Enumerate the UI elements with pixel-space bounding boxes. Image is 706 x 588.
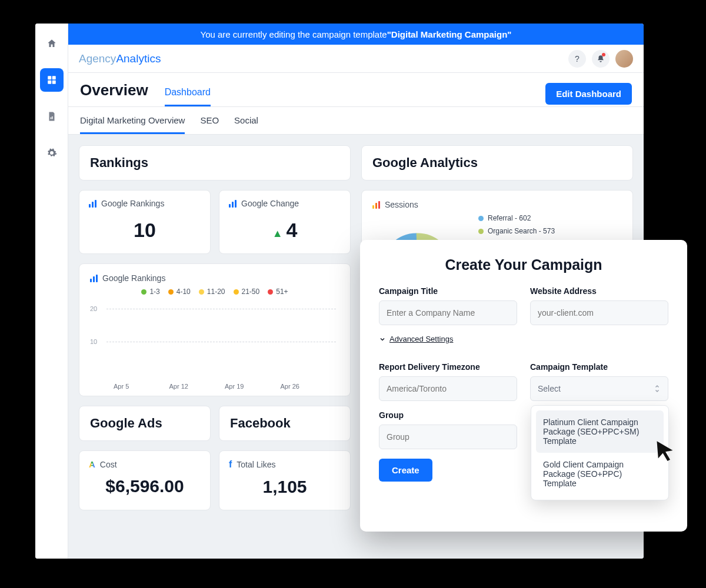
timezone-label: Report Delivery Timezone [379, 362, 517, 372]
logo[interactable]: AgencyAnalytics [79, 52, 161, 65]
tab-social[interactable]: Social [234, 115, 258, 134]
ga-title-card: Google Analytics [361, 145, 633, 181]
question-icon: ? [575, 54, 580, 64]
svg-rect-0 [48, 76, 51, 79]
rankings-chart: 20 10 Apr 5Apr 12Apr 19Apr 26 [90, 302, 339, 390]
analytics-icon [372, 201, 380, 209]
gear-icon [46, 148, 57, 158]
google-change-card: Google Change ▲4 [219, 190, 351, 254]
select-chevrons-icon [654, 384, 661, 393]
help-button[interactable]: ? [568, 50, 586, 68]
sidebar-reports[interactable] [40, 105, 64, 128]
chart-legend: 1-34-1011-2021-5051+ [90, 288, 339, 296]
subtab-dashboard[interactable]: Dashboard [165, 87, 211, 106]
template-select[interactable]: Select Platinum Client Campaign Package … [530, 376, 668, 401]
avatar[interactable] [615, 50, 633, 68]
campaign-title-input[interactable] [379, 300, 517, 325]
google-change-value: ▲4 [229, 219, 341, 242]
banner-prefix: You are currently editing the campaign t… [201, 29, 387, 39]
template-banner: You are currently editing the campaign t… [68, 24, 644, 45]
create-campaign-modal: Create Your Campaign Campaign Title Webs… [360, 240, 687, 532]
tabs-row: Digital Marketing Overview SEO Social [68, 107, 644, 135]
up-arrow-icon: ▲ [272, 228, 283, 239]
facebook-title-card: Facebook [219, 406, 351, 441]
sidebar-home[interactable] [40, 32, 64, 55]
template-label: Campaign Template [530, 362, 668, 372]
header-row: Overview Dashboard Edit Dashboard [68, 73, 644, 106]
google-ads-title-card: Google Ads [79, 406, 211, 441]
bars-icon [89, 200, 96, 208]
website-label: Website Address [530, 286, 668, 296]
google-rankings-card: Google Rankings 10 [79, 190, 211, 254]
group-input[interactable] [379, 425, 517, 449]
svg-rect-1 [52, 76, 55, 79]
document-icon [46, 111, 57, 122]
sidebar-settings[interactable] [40, 141, 64, 165]
topbar: AgencyAnalytics ? [68, 45, 644, 73]
svg-rect-4 [50, 118, 51, 119]
advanced-settings-toggle[interactable]: Advanced Settings [379, 335, 668, 343]
timezone-input[interactable] [379, 376, 517, 401]
google-rankings-value: 10 [89, 219, 201, 242]
template-dropdown: Platinum Client Campaign Package (SEO+PP… [531, 405, 669, 500]
svg-rect-2 [48, 81, 51, 84]
website-input[interactable] [530, 300, 668, 325]
rankings-chart-card: Google Rankings 1-34-1011-2021-5051+ 20 … [79, 263, 351, 396]
tab-seo[interactable]: SEO [200, 115, 219, 134]
campaign-title-label: Campaign Title [379, 286, 517, 296]
chevron-down-icon [379, 336, 386, 343]
ga-legend: Referral - 602 Organic Search - 573 [478, 214, 555, 235]
grid-icon [46, 75, 57, 85]
home-icon [46, 38, 57, 49]
edit-dashboard-button[interactable]: Edit Dashboard [545, 83, 632, 105]
likes-value: 1,105 [229, 477, 341, 497]
cursor-icon [654, 440, 675, 461]
page-title: Overview [80, 81, 148, 99]
tab-overview[interactable]: Digital Marketing Overview [80, 115, 185, 134]
cost-value: $6,596.00 [89, 476, 201, 496]
svg-rect-3 [52, 81, 55, 84]
create-button[interactable]: Create [379, 459, 432, 482]
bars-icon [90, 275, 98, 282]
sidebar [35, 24, 68, 559]
rankings-card: Rankings [79, 145, 351, 181]
facebook-icon: f [229, 459, 232, 470]
group-label: Group [379, 410, 517, 420]
rankings-title: Rankings [90, 155, 339, 171]
bars-icon [229, 200, 237, 208]
template-option-1[interactable]: Gold Client Campaign Package (SEO+PPC) T… [536, 453, 664, 495]
banner-name: "Digital Marketing Campaign" [387, 29, 512, 39]
notification-dot [602, 53, 605, 56]
notifications-button[interactable] [592, 50, 610, 68]
svg-rect-5 [52, 116, 53, 119]
google-ads-icon: A [89, 459, 95, 469]
sidebar-dashboard[interactable] [40, 68, 64, 92]
likes-card: fTotal Likes 1,105 [219, 450, 351, 510]
cost-card: ACost $6,596.00 [79, 450, 211, 510]
modal-title: Create Your Campaign [379, 256, 668, 273]
template-option-0[interactable]: Platinum Client Campaign Package (SEO+PP… [536, 410, 664, 453]
